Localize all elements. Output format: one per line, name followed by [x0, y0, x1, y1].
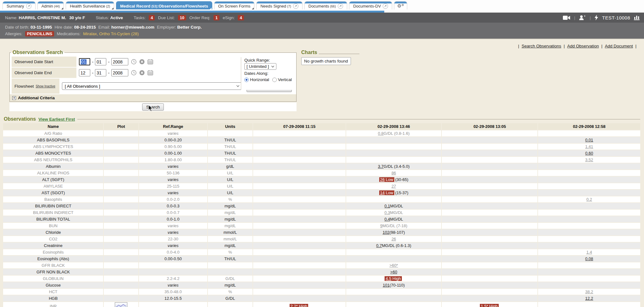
value-cell — [442, 196, 538, 202]
value-cell — [442, 262, 538, 268]
value-cell: 14 Low (15-37) — [346, 190, 442, 196]
table-row-abs-lymphocytes: ABS LYMPHOCYTES0.90-5.00TH/UL1.41 — [3, 144, 641, 150]
patient-banner: Name: HARRIS, CHRISTINE M. 30 y/o F Stat… — [0, 13, 644, 23]
popout-icon[interactable] — [293, 3, 298, 9]
tab-admin[interactable]: Admin(44) — [37, 1, 64, 9]
quick-action-bolt-icon[interactable] — [595, 15, 598, 20]
start-calendar-icon[interactable] — [147, 59, 153, 64]
obs-name: ALT (SGPT) — [3, 177, 104, 183]
tab-on-screen-forms[interactable]: On Screen Forms — [214, 1, 255, 9]
end-year-input[interactable]: 2008 — [111, 69, 128, 76]
observation-value-link[interactable]: 0.2 — [586, 197, 592, 202]
observation-value-link[interactable]: 26 — [391, 237, 396, 241]
start-clear-icon[interactable] — [139, 59, 145, 64]
observation-value-link[interactable]: 0.7 — [376, 243, 382, 248]
observation-value-link[interactable]: 0.8 — [378, 131, 384, 136]
expand-plus-icon[interactable]: + — [12, 96, 16, 100]
observation-value-link[interactable]: 0.01 — [585, 138, 593, 142]
end-time-clock-icon[interactable] — [131, 70, 136, 75]
value-cell — [442, 249, 538, 255]
tab-medical-record[interactable]: Medical Record(53):Observations/Flowshee… — [116, 1, 212, 9]
start-day-input[interactable]: 01 — [95, 58, 106, 65]
observation-value-link[interactable]: 1.41 — [585, 144, 593, 149]
end-day-input[interactable]: 31 — [95, 69, 106, 76]
value-cell — [346, 249, 442, 255]
popout-icon[interactable] — [338, 3, 343, 9]
table-row-hgb: HGB12.0-15.5G/DL12.2 — [3, 295, 641, 302]
observation-value-link[interactable]: 0.4 — [385, 217, 390, 222]
start-year-input[interactable]: 2008 — [111, 58, 128, 65]
obs-name: ABS NEUTROPHILS — [3, 157, 104, 163]
observation-value-link[interactable]: 9 — [380, 223, 382, 228]
add-document-link[interactable]: Add Document — [605, 44, 633, 48]
tasks-count-badge[interactable]: 4 — [149, 15, 155, 20]
observation-value-link[interactable]: 3.52 — [585, 157, 593, 162]
observation-value-link[interactable]: 0.08 — [585, 256, 593, 261]
view-earliest-first-link[interactable]: View Earliest First — [38, 117, 75, 122]
tab-needs-signed[interactable]: Needs Signed(7) — [256, 1, 303, 9]
plot-sparkline-icon[interactable] — [115, 302, 127, 307]
tab-summary[interactable]: Summary — [3, 1, 36, 9]
value-cell — [253, 262, 346, 268]
value-cell: 26 Low (30-65) — [346, 177, 442, 183]
observation-value-link[interactable]: 86 — [391, 171, 396, 175]
value-cell — [538, 203, 641, 209]
end-clear-icon[interactable] — [139, 70, 145, 75]
value-cell — [442, 130, 538, 136]
observation-value-link[interactable]: 3.7 — [378, 164, 384, 169]
video-call-icon[interactable] — [563, 15, 570, 20]
value-cell — [538, 130, 641, 136]
tab-health-surveillance[interactable]: Health Surveillance(2) — [66, 1, 114, 9]
dates-along-vertical-radio[interactable] — [272, 78, 277, 82]
medications-links[interactable]: Miralax, Ortho Tri-Cyclen (28) — [83, 31, 139, 36]
observation-value-link[interactable]: 26 — [380, 177, 385, 182]
dates-along-horizontal-radio[interactable] — [244, 78, 249, 82]
observation-value-link[interactable]: 2.2* — [291, 304, 298, 307]
tab-documents-dv[interactable]: Documents-DV — [349, 1, 392, 9]
flowsheet-chart-icon[interactable] — [634, 15, 640, 20]
plot-cell — [104, 183, 139, 189]
end-calendar-icon[interactable] — [147, 70, 153, 75]
observation-value-link[interactable]: 101 — [383, 283, 390, 288]
show-inactive-link[interactable]: Show Inactive — [36, 85, 55, 88]
observation-value-link[interactable]: 0.3 — [385, 210, 390, 215]
obs-name: Creatinine — [3, 243, 104, 249]
observation-value-link[interactable]: 1.4 — [586, 250, 592, 255]
start-month-input[interactable]: 01 — [79, 58, 90, 65]
units: U/L — [208, 190, 253, 196]
add-observation-link[interactable]: Add Observation — [567, 44, 599, 48]
allergy-penicillins-badge[interactable]: PENICILLINS — [25, 31, 54, 36]
charts-title: Charts — [301, 50, 319, 55]
order-req-count-badge[interactable]: 1 — [214, 15, 219, 20]
tab-documents[interactable]: Documents(66) — [304, 1, 347, 9]
observation-value-link[interactable]: 102 — [383, 230, 390, 235]
observation-value-link[interactable]: 0.1 — [385, 204, 390, 208]
tab-settings-gear[interactable]: ⚙⚙ — [394, 1, 407, 9]
search-button[interactable]: Search — [142, 103, 164, 111]
ref-range: 0.00-0.20 — [139, 137, 208, 143]
observation-value-link[interactable]: 38.2 — [585, 289, 593, 294]
value-cell — [442, 216, 538, 222]
observation-value-link[interactable]: >60* — [390, 263, 398, 268]
observation-value-link[interactable]: 27 — [391, 184, 396, 189]
observation-value-link[interactable]: >60 — [390, 270, 397, 274]
plot-cell — [104, 137, 139, 143]
popout-icon[interactable] — [383, 3, 388, 9]
esign-count-badge[interactable]: 4 — [238, 15, 244, 20]
quick-range-select[interactable]: [ Unlimited ] — [244, 63, 276, 70]
due-list-count-badge[interactable]: 10 — [178, 15, 186, 20]
search-observations-link[interactable]: Search Observations — [522, 44, 561, 48]
flowsheet-select[interactable]: [ All Observations ] — [62, 82, 242, 90]
add-person-icon[interactable] — [579, 15, 586, 20]
observation-value-link[interactable]: 12.2 — [585, 296, 593, 301]
start-time-clock-icon[interactable] — [131, 59, 136, 64]
value-cell: 9 MG/DL (7-18) — [346, 223, 442, 229]
end-month-input[interactable]: 12 — [79, 69, 90, 76]
observation-value-link[interactable]: 14 — [380, 190, 385, 195]
popout-icon[interactable] — [26, 3, 31, 9]
additional-criteria-row[interactable]: + Additional Criteria — [10, 94, 296, 101]
observation-value-link[interactable]: 4.5 — [386, 276, 391, 281]
observation-value-link[interactable]: 1.5* — [481, 304, 488, 307]
observation-value-link[interactable]: 0.60 — [585, 151, 593, 156]
charts-panel: Charts No growth charts found — [301, 50, 359, 65]
